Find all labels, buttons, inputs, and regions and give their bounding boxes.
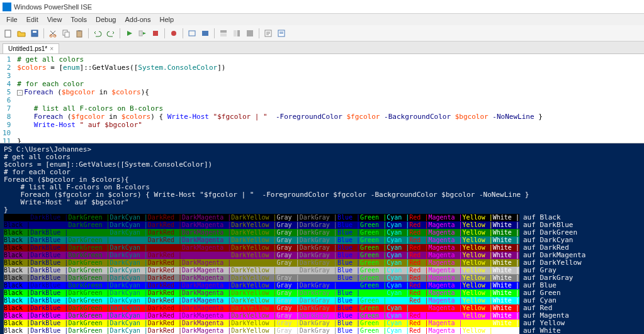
tab-close-icon[interactable]: ×	[50, 45, 54, 52]
open-icon[interactable]	[16, 28, 27, 39]
svg-rect-2	[33, 31, 37, 33]
svg-rect-8	[78, 30, 81, 31]
svg-rect-15	[220, 33, 227, 36]
svg-rect-16	[234, 30, 237, 36]
svg-rect-13	[202, 31, 208, 36]
svg-rect-6	[65, 32, 69, 37]
svg-rect-17	[237, 30, 240, 36]
menu-item-edit[interactable]: Edit	[23, 15, 42, 24]
show-command-icon[interactable]	[263, 28, 274, 39]
run-selection-icon[interactable]	[137, 28, 148, 39]
save-icon[interactable]	[29, 28, 40, 39]
stop-icon[interactable]	[150, 28, 161, 39]
cut-icon[interactable]	[47, 28, 59, 39]
svg-rect-7	[77, 31, 82, 37]
show-script-pane-top-icon[interactable]	[218, 28, 229, 39]
color-row: Black | DarkBlue | DarkGreen | DarkCyan …	[4, 327, 640, 334]
script-editor[interactable]: 1234567891011 # get all colors$colors = …	[0, 54, 644, 143]
copy-icon[interactable]	[60, 28, 72, 39]
powershell-tab-icon[interactable]	[200, 28, 211, 39]
menu-item-add-ons[interactable]: Add-ons	[121, 15, 154, 24]
toolbar-separator	[43, 28, 44, 38]
toolbar-separator	[183, 28, 183, 38]
window-title: Windows PowerShell ISE	[14, 3, 92, 11]
menu-item-debug[interactable]: Debug	[92, 15, 120, 24]
svg-rect-9	[139, 31, 142, 36]
editor-code[interactable]: # get all colors$colors = [enum]::GetVal…	[14, 54, 545, 143]
app-icon	[3, 3, 11, 11]
toolbar-separator	[164, 28, 165, 38]
svg-rect-10	[153, 31, 158, 36]
svg-rect-14	[220, 30, 227, 33]
fold-icon[interactable]: -	[17, 90, 23, 96]
toolbar	[0, 25, 644, 42]
editor-gutter: 1234567891011	[0, 54, 14, 143]
toolbar-separator	[120, 28, 120, 38]
tab-label: Untitled1.ps1*	[8, 45, 47, 52]
breakpoint-icon[interactable]	[168, 28, 179, 39]
run-icon[interactable]	[123, 28, 135, 39]
undo-icon[interactable]	[92, 28, 103, 39]
show-script-pane-max-icon[interactable]	[244, 28, 256, 39]
toolbar-separator	[259, 28, 259, 38]
new-icon[interactable]	[3, 28, 14, 39]
console-pane[interactable]: PS C:\Users\Johannes># get all colors$co…	[0, 143, 644, 334]
menu-item-view[interactable]: View	[43, 15, 66, 24]
svg-rect-12	[189, 31, 195, 36]
svg-point-11	[171, 31, 176, 36]
paste-icon[interactable]	[74, 28, 85, 39]
show-script-pane-right-icon[interactable]	[231, 28, 242, 39]
menu-item-tools[interactable]: Tools	[67, 15, 91, 24]
show-command-addon-icon[interactable]	[276, 28, 287, 39]
toolbar-separator	[88, 28, 89, 38]
editor-tab-bar: Untitled1.ps1* ×	[0, 42, 644, 54]
svg-rect-0	[5, 30, 11, 37]
window-titlebar: Windows PowerShell ISE	[0, 0, 644, 14]
editor-tab[interactable]: Untitled1.ps1* ×	[3, 43, 59, 53]
new-remote-tab-icon[interactable]	[186, 28, 198, 39]
menu-item-file[interactable]: File	[3, 15, 21, 24]
svg-rect-18	[247, 30, 253, 36]
redo-icon[interactable]	[105, 28, 116, 39]
menu-bar: FileEditViewToolsDebugAdd-onsHelp	[0, 14, 644, 25]
toolbar-separator	[214, 28, 215, 38]
menu-item-help[interactable]: Help	[155, 15, 178, 24]
